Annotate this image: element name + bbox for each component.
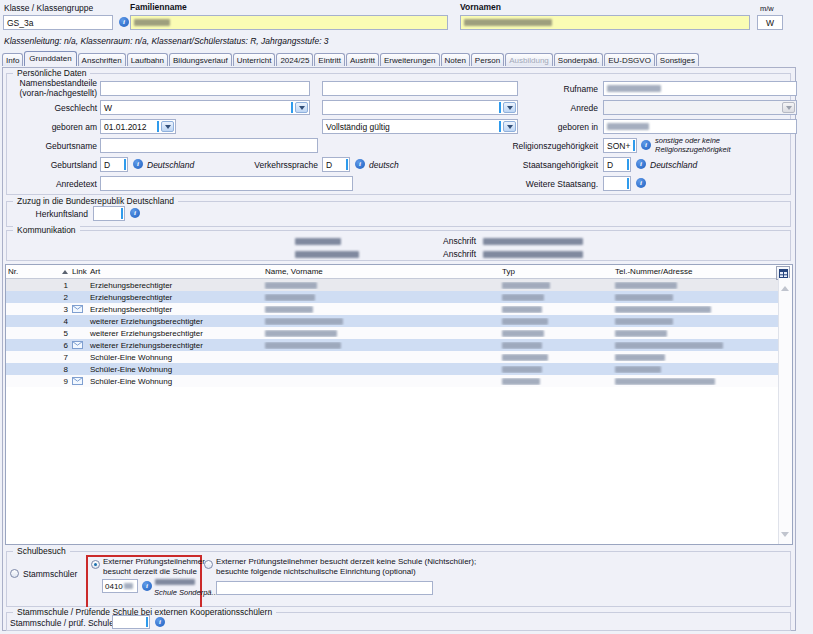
verkehrssprache-input[interactable]: D xyxy=(322,157,350,172)
tab-eintritt[interactable]: Eintritt xyxy=(314,53,345,66)
opt2-label-line2: besucht derzeit die Schule xyxy=(103,567,197,576)
geboren-am-input[interactable]: 01.01.2012 xyxy=(100,119,176,134)
table-scrollbar[interactable] xyxy=(778,278,792,544)
col-link[interactable]: Link xyxy=(70,267,88,276)
tab-info[interactable]: Info xyxy=(2,53,23,66)
caret-bar xyxy=(627,159,629,170)
table-row-4[interactable]: 4weiterer Erziehungsberechtigter xyxy=(6,315,792,327)
geburtsland-info-icon[interactable]: i xyxy=(133,159,143,169)
tab-bildungsverlauf[interactable]: Bildungsverlauf xyxy=(169,53,232,66)
klasse-info-icon[interactable]: i xyxy=(119,17,129,27)
table-row-8[interactable]: 8Schüler-Eine Wohnung xyxy=(6,363,792,375)
namensbestandteile-label2: (voran-/nachgestellt) xyxy=(0,88,97,98)
weitere-staatsang-input[interactable] xyxy=(603,176,631,191)
geboren-am-label: geboren am xyxy=(0,122,97,132)
table-header[interactable]: Nr. Link Art Name, Vorname Typ Tel.-Numm… xyxy=(6,265,792,279)
externer-prueflingsteilnehmer-radio[interactable] xyxy=(91,560,100,569)
caret-bar xyxy=(146,617,148,627)
tab-noten[interactable]: Noten xyxy=(441,53,470,66)
stammschule-info-icon[interactable]: i xyxy=(155,617,165,627)
religion-hint2: Religionszugehörigkeit xyxy=(655,145,730,154)
anredetext-label: Anredetext xyxy=(0,179,97,189)
cell-link xyxy=(70,305,88,313)
cell-tel xyxy=(613,282,792,289)
tab-ausbildung[interactable]: Ausbildung xyxy=(505,53,553,66)
stammschule-input[interactable] xyxy=(112,615,150,629)
col-name-vorname[interactable]: Name, Vorname xyxy=(263,267,500,276)
col-art[interactable]: Art xyxy=(88,267,263,276)
kontakte-table: Nr. Link Art Name, Vorname Typ Tel.-Numm… xyxy=(5,264,793,545)
tab-erweiterungen[interactable]: Erweiterungen xyxy=(380,53,440,66)
schulnummer-info-icon[interactable]: i xyxy=(142,581,152,591)
namensbestandteile-vorangestellt-input[interactable] xyxy=(100,81,310,96)
staatsangehoerigkeit-info-icon[interactable]: i xyxy=(636,159,646,169)
tab-laufbahn[interactable]: Laufbahn xyxy=(127,53,168,66)
verkehrssprache-info-icon[interactable]: i xyxy=(355,159,365,169)
geboren-in-input[interactable] xyxy=(603,119,797,134)
anrede-select[interactable] xyxy=(603,100,797,115)
cell-tel xyxy=(613,294,792,301)
verkehrssprache-hint: deutsch xyxy=(369,160,399,170)
religion-input[interactable]: SON+ xyxy=(603,138,637,153)
sort-asc-icon xyxy=(62,267,68,274)
nichtschulische-einrichtung-input[interactable] xyxy=(216,581,433,595)
col-nr[interactable]: Nr. xyxy=(8,267,18,276)
cell-tel xyxy=(613,306,792,313)
cell-nr: 2 xyxy=(6,293,70,302)
cell-link xyxy=(70,341,88,349)
weitere-staatsang-info-icon[interactable]: i xyxy=(636,178,646,188)
vornamen-input[interactable] xyxy=(460,15,750,30)
table-row-3[interactable]: 3Erziehungsberechtigter xyxy=(6,303,792,315)
table-row-2[interactable]: 2Erziehungsberechtigter xyxy=(6,291,792,303)
religion-info-icon[interactable]: i xyxy=(641,140,651,150)
table-row-6[interactable]: 6weiterer Erziehungsberechtigter xyxy=(6,339,792,351)
redacted-text xyxy=(124,583,133,589)
nichtschueler-radio[interactable] xyxy=(204,560,213,569)
tab-2024-25[interactable]: 2024/25 xyxy=(276,53,313,66)
table-row-7[interactable]: 7Schüler-Eine Wohnung xyxy=(6,351,792,363)
cell-tel xyxy=(613,378,792,385)
cell-nr: 8 xyxy=(6,365,70,374)
caret-bar xyxy=(121,208,123,219)
staatsangehoerigkeit-input[interactable]: D xyxy=(603,157,631,172)
cell-art: Schüler-Eine Wohnung xyxy=(88,365,263,374)
tab-sonderp-d-[interactable]: Sonderpäd. xyxy=(554,53,603,66)
tab-sonstiges[interactable]: Sonstiges xyxy=(656,53,699,66)
mw-input[interactable]: W xyxy=(757,15,783,30)
geschlecht-select[interactable]: W xyxy=(100,100,310,115)
chevron-down-icon[interactable] xyxy=(161,121,174,132)
caret-bar xyxy=(346,159,348,170)
geburtsname-input[interactable] xyxy=(100,138,318,153)
scroll-up-icon[interactable] xyxy=(781,282,789,291)
col-tel-adresse[interactable]: Tel.-Nummer/Adresse xyxy=(613,267,792,276)
col-typ[interactable]: Typ xyxy=(500,267,613,276)
stammschueler-label: Stammschüler xyxy=(23,569,77,579)
chevron-down-icon[interactable] xyxy=(295,102,308,113)
schulnummer-input[interactable]: 0410 xyxy=(102,579,138,593)
cell-typ xyxy=(500,294,613,301)
scroll-down-icon[interactable] xyxy=(781,532,789,541)
rufname-input[interactable] xyxy=(603,81,797,96)
cell-art: weiterer Erziehungsberechtigter xyxy=(88,317,263,326)
cell-art: weiterer Erziehungsberechtigter xyxy=(88,329,263,338)
herkunftsland-input[interactable] xyxy=(93,206,125,221)
cell-tel xyxy=(613,342,792,349)
geschlecht-label: Geschlecht xyxy=(0,103,97,113)
table-row-1[interactable]: 1Erziehungsberechtigter xyxy=(6,279,792,291)
caret-bar xyxy=(627,178,629,189)
table-row-5[interactable]: 5weiterer Erziehungsberechtigter xyxy=(6,327,792,339)
tab-anschriften[interactable]: Anschriften xyxy=(78,53,126,66)
anredetext-input[interactable] xyxy=(100,176,353,191)
tab-person[interactable]: Person xyxy=(471,53,504,66)
tab-eu-dsgvo[interactable]: EU-DSGVO xyxy=(604,53,655,66)
table-row-9[interactable]: 9Schüler-Eine Wohnung xyxy=(6,375,792,387)
cell-nr: 3 xyxy=(6,305,70,314)
tab-grunddaten[interactable]: Grunddaten xyxy=(24,51,76,66)
herkunftsland-info-icon[interactable]: i xyxy=(130,208,140,218)
tab-austritt[interactable]: Austritt xyxy=(346,53,379,66)
familienname-input[interactable] xyxy=(130,15,448,30)
geburtsland-input[interactable]: D xyxy=(100,157,128,172)
stammschueler-radio[interactable] xyxy=(10,569,19,578)
klasse-input[interactable]: GS_3a xyxy=(3,15,113,30)
tab-unterricht[interactable]: Unterricht xyxy=(233,53,276,66)
